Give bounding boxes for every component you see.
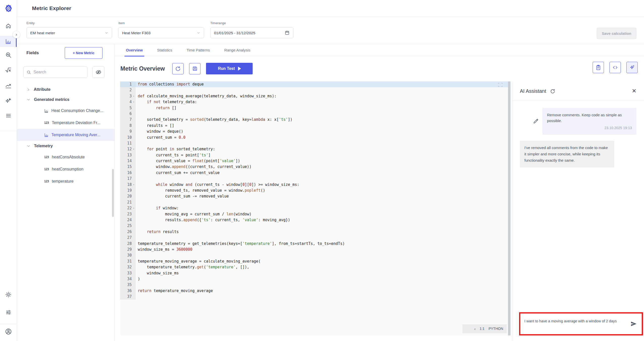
code-line-29[interactable]: 29window_size_ms = 3600000	[120, 247, 508, 252]
line-number[interactable]: 26	[120, 229, 136, 235]
code-line-1[interactable]: 1from collections import deque	[120, 81, 508, 87]
line-number[interactable]: 5	[120, 105, 136, 111]
line-number[interactable]: 10	[120, 135, 136, 140]
line-number[interactable]: 36	[120, 288, 136, 294]
code-line-13[interactable]: 13 current_ts = point['ts']	[120, 152, 508, 158]
code-line-12[interactable]: 12▾ for point in sorted_telemetry:	[120, 146, 508, 152]
tree-item-heatconsumption[interactable]: 123heatConsumption	[17, 163, 115, 175]
code-line-6[interactable]: 6	[120, 111, 508, 117]
line-number[interactable]: 4▾	[120, 99, 136, 105]
tree-item-heatconsabsolute[interactable]: 123heatConsAbsolute	[17, 151, 115, 163]
sidebar-item-settings[interactable]	[0, 289, 17, 300]
line-number[interactable]: 9	[120, 129, 136, 134]
code-line-16[interactable]: 16 current_sum += current_value	[120, 170, 508, 176]
code-line-27[interactable]: 27	[120, 235, 508, 241]
line-number[interactable]: 33	[120, 270, 136, 276]
code-line-28[interactable]: 28temperature_telemetry = get_telemetrie…	[120, 241, 508, 247]
line-number[interactable]: 22▾	[120, 205, 136, 211]
tree-section-attribute[interactable]: Attribute	[17, 84, 115, 95]
fields-scrollbar[interactable]	[112, 169, 114, 217]
line-number[interactable]: 30	[120, 252, 136, 258]
sidebar-item-trends[interactable]	[0, 80, 17, 91]
tree-item-temperature-deviation-fr-[interactable]: 123Temperature Deviation Fr...	[17, 117, 115, 129]
chat-input[interactable]	[520, 315, 629, 333]
line-number[interactable]: 11	[120, 140, 136, 146]
code-line-22[interactable]: 22▾ if window:	[120, 205, 508, 211]
code-line-23[interactable]: 23 moving_avg = current_sum / len(window…	[120, 211, 508, 217]
tree-item-temperature[interactable]: 123temperature	[17, 175, 115, 187]
code-line-7[interactable]: 7 sorted_telemetry = sorted(telemetry_da…	[120, 117, 508, 123]
code-line-14[interactable]: 14 current_value = float(point['value'])	[120, 158, 508, 164]
line-number[interactable]: 12▾	[120, 146, 136, 152]
search-input[interactable]	[33, 70, 84, 74]
line-number[interactable]: 25	[120, 223, 136, 229]
sidebar-item-preferences[interactable]	[0, 307, 17, 318]
send-button[interactable]	[629, 320, 642, 327]
copy-clipboard-button[interactable]	[593, 62, 604, 73]
line-number[interactable]: 37	[120, 294, 136, 300]
code-line-31[interactable]: 31temperature_moving_average = calculate…	[120, 259, 508, 264]
code-line-18[interactable]: 18▾ while window and (current_ts - windo…	[120, 182, 508, 188]
code-line-17[interactable]: 17	[120, 176, 508, 182]
line-number[interactable]: 13	[120, 152, 136, 158]
line-number[interactable]: 34	[120, 276, 136, 282]
code-line-5[interactable]: 5 return []	[120, 105, 508, 111]
tab-overview[interactable]: Overview	[126, 44, 143, 56]
status-collapse-icon[interactable]: ‹	[474, 326, 476, 332]
editor-scrollbar[interactable]	[508, 81, 511, 335]
code-line-25[interactable]: 25	[120, 223, 508, 229]
item-select[interactable]: Heat Meter F303	[118, 27, 204, 38]
code-editor[interactable]: 1from collections import deque23▾def cal…	[120, 81, 508, 335]
code-view-button[interactable]	[609, 62, 621, 73]
sidebar-item-home[interactable]	[0, 20, 17, 32]
code-line-26[interactable]: 26 return results	[120, 229, 508, 235]
line-number[interactable]: 31	[120, 259, 136, 264]
app-logo[interactable]	[0, 0, 17, 17]
tree-item-heat-consumption-change-[interactable]: Heat Consumption Change...	[17, 105, 115, 117]
line-number[interactable]: 18▾	[120, 182, 136, 188]
edit-pencil-icon[interactable]	[533, 119, 538, 124]
code-line-15[interactable]: 15 window.append((current_ts, current_va…	[120, 164, 508, 170]
code-line-9[interactable]: 9 window = deque()	[120, 129, 508, 134]
code-line-4[interactable]: 4▾ if not telemetry_data:	[120, 99, 508, 105]
code-line-21[interactable]: 21	[120, 200, 508, 205]
tab-time-patterns[interactable]: Time Patterns	[187, 44, 210, 56]
line-number[interactable]: 21	[120, 200, 136, 205]
line-number[interactable]: 27	[120, 235, 136, 241]
ai-assistant-toggle-button[interactable]	[626, 62, 638, 73]
code-line-35[interactable]: 35	[120, 282, 508, 288]
code-line-20[interactable]: 20 current_sum -= removed_value	[120, 193, 508, 199]
line-number[interactable]: 28	[120, 241, 136, 247]
line-number[interactable]: 3▾	[120, 93, 136, 99]
sidebar-item-menu[interactable]	[0, 110, 17, 121]
code-line-37[interactable]: 37	[120, 294, 508, 300]
line-number[interactable]: 19	[120, 188, 136, 193]
timerange-select[interactable]: 01/01/2025 - 31/12/2025	[210, 27, 293, 38]
code-line-8[interactable]: 8 results = []	[120, 123, 508, 129]
tree-section-generated-metrics[interactable]: Generated metrics	[17, 95, 115, 105]
new-metric-button[interactable]: + New Metric	[65, 47, 103, 59]
line-number[interactable]: 32	[120, 264, 136, 270]
line-number[interactable]: 29	[120, 247, 136, 252]
sidebar-item-search-insights[interactable]	[0, 49, 17, 61]
line-number[interactable]: 17	[120, 176, 136, 182]
line-number[interactable]: 15	[120, 164, 136, 170]
ai-close-button[interactable]: ✕	[632, 88, 636, 94]
sidebar-item-ai-features[interactable]	[0, 95, 17, 106]
line-number[interactable]: 35	[120, 282, 136, 288]
code-line-30[interactable]: 30	[120, 252, 508, 258]
sidebar-item-formula[interactable]	[0, 65, 17, 76]
line-number[interactable]: 1	[120, 81, 136, 87]
line-number[interactable]: 20	[120, 193, 136, 199]
line-number[interactable]: 8	[120, 123, 136, 129]
line-number[interactable]: 16	[120, 170, 136, 176]
tree-item-temperature-moving-aver-[interactable]: Temperature Moving Aver...	[17, 129, 115, 141]
code-line-33[interactable]: 33 window_size_ms	[120, 270, 508, 276]
line-number[interactable]: 2	[120, 87, 136, 93]
tab-statistics[interactable]: Statistics	[157, 44, 172, 56]
hide-fields-button[interactable]	[92, 66, 105, 78]
code-line-3[interactable]: 3▾def calculate_moving_average(telemetry…	[120, 93, 508, 99]
line-number[interactable]: 6	[120, 111, 136, 117]
reset-code-button[interactable]	[172, 63, 184, 74]
code-line-32[interactable]: 32 temperature_telemetry.get('temperatur…	[120, 264, 508, 270]
